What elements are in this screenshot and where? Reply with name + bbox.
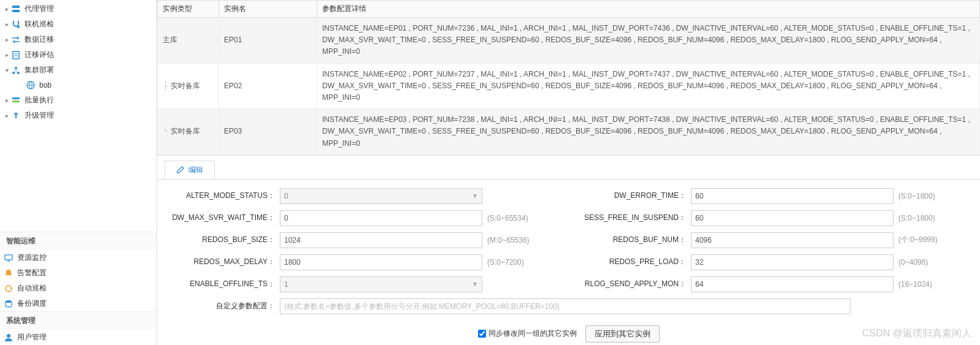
svg-rect-1 [12, 10, 20, 12]
lbl-redos-pre-load: REDOS_PRE_LOAD： [550, 257, 691, 267]
group-sys-header: 系统管理 [0, 311, 156, 330]
tab-edit[interactable]: 编辑 [164, 161, 215, 179]
chk-label: 同步修改同一组的其它实例 [488, 328, 577, 339]
inp-redos-buf-size[interactable] [280, 232, 482, 248]
svg-point-2 [17, 26, 20, 28]
svg-rect-9 [12, 100, 20, 102]
hint: (16~1024) [898, 280, 932, 289]
chevron-right-icon: ▸ [4, 6, 10, 12]
svg-point-12 [6, 300, 12, 303]
nav-batch-exec[interactable]: ▸ 批量执行 [0, 93, 156, 108]
auto-icon [4, 284, 14, 294]
instance-table: 实例类型 实例名 参数配置详情 主库 EP01 INSTANCE_NAME=EP… [157, 0, 980, 155]
cell-type: └实时备库 [158, 109, 219, 155]
nav-user-mgmt[interactable]: 用户管理 [0, 330, 156, 345]
apply-button[interactable]: 应用到其它实例 [585, 325, 660, 343]
upgrade-icon [11, 111, 21, 121]
nav-backup-sched[interactable]: 备份调度 [0, 296, 156, 311]
cell-detail: INSTANCE_NAME=EP01 , PORT_NUM=7236 , MAL… [317, 18, 980, 64]
nav-cluster-deploy[interactable]: ▾ 集群部署 [0, 63, 156, 78]
svg-rect-8 [12, 97, 20, 99]
group-ops-header: 智能运维 [0, 232, 156, 250]
nav-migrate-eval[interactable]: ▸ 迁移评估 [0, 47, 156, 63]
globe-icon [26, 80, 36, 90]
cell-type: 主库 [158, 18, 219, 64]
alarm-icon [4, 268, 14, 278]
hint: (S:0~1800) [898, 214, 935, 222]
nav-cluster-bob[interactable]: bob [20, 78, 156, 93]
th-name[interactable]: 实例名 [219, 1, 317, 18]
nav-alarm-config[interactable]: 告警配置 [0, 265, 156, 281]
inp-redos-buf-num[interactable] [691, 232, 893, 248]
nav-agent-mgmt[interactable]: ▸ 代理管理 [0, 1, 156, 17]
svg-point-4 [15, 67, 17, 69]
sel-alter-mode[interactable]: 0 ▼ [280, 188, 482, 204]
svg-point-13 [7, 334, 10, 338]
nav-upgrade-mgmt[interactable]: ▸ 升级管理 [0, 108, 156, 123]
transfer-icon [11, 35, 21, 45]
cell-name: EP02 [219, 63, 317, 109]
nav-resource-monitor[interactable]: 资源监控 [0, 250, 156, 265]
lbl-redos-buf-num: REDOS_BUF_NUM： [550, 235, 691, 245]
nav-label: 备份调度 [17, 298, 47, 309]
nav-label: 告警配置 [17, 268, 47, 278]
nav-label: 联机巡检 [25, 19, 54, 29]
chk-sync-group[interactable]: 同步修改同一组的其它实例 [478, 328, 577, 339]
table-row[interactable]: ├实时备库 EP02 INSTANCE_NAME=EP02 , PORT_NUM… [158, 63, 980, 109]
table-row[interactable]: └实时备库 EP03 INSTANCE_NAME=EP03 , PORT_NUM… [158, 109, 980, 155]
batch-icon [11, 96, 21, 105]
lbl-sess-free: SESS_FREE_IN_SUSPEND： [550, 213, 691, 223]
lbl-enable-offline: ENABLE_OFFLINE_TS： [157, 279, 280, 289]
inp-sess-free[interactable] [691, 210, 893, 226]
nav-label: bob [39, 81, 52, 89]
hint: (S:0~1800) [898, 192, 935, 200]
inp-redos-max-delay[interactable] [280, 254, 482, 270]
cluster-icon [11, 66, 21, 75]
inp-redos-pre-load[interactable] [691, 254, 893, 270]
nav-label: 自动巡检 [17, 283, 47, 294]
backup-icon [4, 299, 14, 309]
svg-rect-3 [13, 51, 19, 59]
caret-down-icon: ▼ [472, 281, 478, 287]
svg-rect-10 [5, 255, 12, 260]
caret-down-icon: ▼ [472, 192, 478, 199]
nav-auto-check[interactable]: 自动巡检 [0, 281, 156, 296]
sidebar: ▸ 代理管理 ▸ 联机巡检 ▸ 数据迁移 ▸ 迁移评估 ▾ [0, 0, 157, 345]
nav-online-check[interactable]: ▸ 联机巡检 [0, 17, 156, 32]
inp-rlog-send[interactable] [691, 276, 893, 292]
chk-sync-input[interactable] [478, 330, 486, 338]
nav-label: 升级管理 [25, 110, 54, 121]
cell-name: EP03 [219, 109, 317, 155]
nav-label: 代理管理 [25, 4, 54, 14]
sel-enable-offline[interactable]: 1 ▼ [280, 276, 482, 292]
lbl-alter-mode: ALTER_MODE_STATUS： [157, 191, 280, 201]
stethoscope-icon [11, 20, 21, 29]
tab-label: 编辑 [188, 165, 203, 175]
hint: (0~4096) [898, 258, 928, 267]
chevron-down-icon: ▾ [4, 67, 10, 74]
lbl-rlog-send: RLOG_SEND_APPLY_MON： [550, 279, 691, 289]
main-content: 实例类型 实例名 参数配置详情 主库 EP01 INSTANCE_NAME=EP… [157, 0, 980, 345]
chevron-right-icon: ▸ [4, 51, 10, 58]
server-icon [11, 4, 21, 14]
clipboard-icon [11, 50, 21, 60]
chevron-right-icon: ▸ [4, 21, 10, 28]
chevron-right-icon: ▸ [4, 36, 10, 43]
inp-custom[interactable] [280, 298, 851, 314]
th-type[interactable]: 实例类型 [158, 1, 219, 18]
lbl-redos-buf-size: REDOS_BUF_SIZE： [157, 235, 280, 245]
nav-label: 资源监控 [17, 252, 47, 263]
hint: (S:0~65534) [487, 214, 528, 222]
nav-label: 集群部署 [25, 65, 54, 75]
hint: (M:0~65536) [487, 236, 529, 245]
table-row[interactable]: 主库 EP01 INSTANCE_NAME=EP01 , PORT_NUM=72… [158, 18, 980, 64]
lbl-dw-max-wait: DW_MAX_SVR_WAIT_TIME： [157, 213, 280, 223]
th-detail[interactable]: 参数配置详情 [317, 1, 980, 18]
user-icon [4, 333, 14, 343]
inp-dw-error-time[interactable] [691, 188, 893, 204]
nav-label: 迁移评估 [25, 50, 54, 60]
hint: (S:0~7200) [487, 258, 524, 267]
pencil-icon [176, 165, 185, 174]
nav-data-migrate[interactable]: ▸ 数据迁移 [0, 32, 156, 47]
inp-dw-max-wait[interactable] [280, 210, 482, 226]
